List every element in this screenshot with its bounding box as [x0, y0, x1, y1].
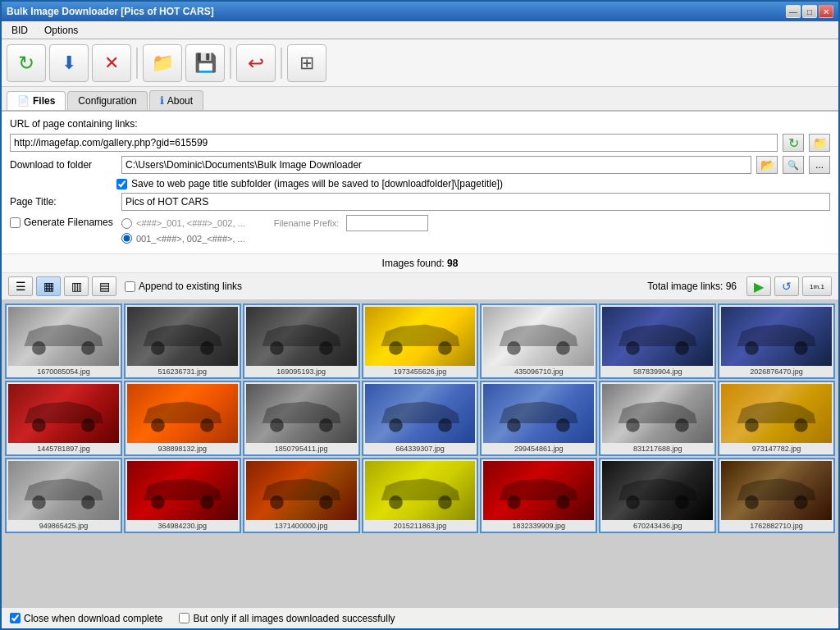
image-item[interactable]: 364984230.jpg — [124, 458, 241, 533]
image-filename: 2026876470.jpg — [750, 368, 803, 376]
radio-option1[interactable] — [121, 218, 132, 229]
counter-btn[interactable]: 1m.1 — [802, 276, 832, 296]
image-item[interactable]: 938898132.jpg — [124, 381, 241, 456]
image-item[interactable]: 1762882710.jpg — [718, 458, 835, 533]
image-item[interactable]: 587839904.jpg — [599, 304, 716, 379]
image-filename: 2015211863.jpg — [394, 522, 447, 530]
url-refresh-btn[interactable]: ↻ — [783, 134, 804, 152]
svg-point-39 — [675, 495, 689, 509]
subfolder-checkbox[interactable] — [116, 179, 127, 189]
svg-point-23 — [556, 418, 570, 432]
image-filename: 938898132.jpg — [158, 445, 207, 453]
image-item[interactable]: 1850795411.jpg — [243, 381, 360, 456]
image-item[interactable]: 670243436.jpg — [599, 458, 716, 533]
svg-point-11 — [675, 341, 689, 355]
image-item[interactable]: 1832339909.jpg — [480, 458, 597, 533]
maximize-button[interactable]: □ — [802, 5, 817, 18]
tab-about[interactable]: ℹ About — [149, 90, 203, 110]
image-item[interactable]: 973147782.jpg — [718, 381, 835, 456]
svg-point-38 — [626, 495, 640, 509]
close-when-done-checkbox[interactable] — [10, 613, 21, 623]
url-label: URL of page containing links: — [10, 118, 138, 130]
image-item[interactable]: 435096710.jpg — [480, 304, 597, 379]
svg-point-28 — [32, 495, 46, 509]
image-item[interactable]: 1371400000.jpg — [243, 458, 360, 533]
menu-options[interactable]: Options — [38, 23, 84, 38]
stop-button[interactable]: ✕ — [92, 44, 131, 82]
subfolder-label: Save to web page title subfolder (images… — [131, 178, 503, 189]
append-row: Append to existing links — [125, 281, 242, 292]
svg-point-30 — [151, 495, 165, 509]
radio-option2[interactable] — [121, 233, 132, 244]
append-checkbox[interactable] — [125, 281, 135, 292]
image-item[interactable]: 1973455626.jpg — [362, 304, 479, 379]
svg-point-7 — [438, 341, 452, 355]
view-large-btn[interactable]: ▤ — [92, 276, 116, 296]
url-input[interactable] — [10, 134, 778, 152]
view-list-btn[interactable]: ☰ — [8, 276, 33, 296]
image-item[interactable]: 169095193.jpg — [243, 304, 360, 379]
image-item[interactable]: 664339307.jpg — [362, 381, 479, 456]
image-item[interactable]: 1670085054.jpg — [5, 304, 122, 379]
folder-search-btn[interactable]: 🔍 — [783, 156, 804, 174]
title-bar-title: Bulk Image Downloader [Pics of HOT CARS] — [7, 6, 214, 17]
svg-point-10 — [626, 341, 640, 355]
svg-point-40 — [745, 495, 759, 509]
grid-button[interactable]: ⊞ — [287, 44, 326, 82]
tab-files[interactable]: 📄 Files — [7, 91, 66, 110]
refresh-links-btn[interactable]: ↺ — [774, 276, 799, 296]
svg-point-31 — [200, 495, 214, 509]
generate-filenames-checkbox[interactable] — [10, 217, 21, 228]
folder-more-btn[interactable]: ... — [809, 156, 830, 174]
image-item[interactable]: 516236731.jpg — [124, 304, 241, 379]
open-folder-button[interactable]: 📁 — [143, 44, 182, 82]
filename-prefix-input[interactable] — [346, 215, 428, 231]
save-button[interactable]: 💾 — [185, 44, 225, 82]
image-area[interactable]: 1670085054.jpg516236731.jpg169095193.jpg… — [2, 300, 838, 607]
svg-point-16 — [151, 418, 165, 432]
image-item[interactable]: 2026876470.jpg — [718, 304, 835, 379]
undo-button[interactable]: ↩ — [236, 44, 276, 82]
image-filename: 299454861.jpg — [514, 445, 564, 453]
menu-bid[interactable]: BID — [5, 23, 34, 38]
page-title-input[interactable] — [121, 193, 830, 211]
menu-bar: BID Options — [2, 21, 838, 39]
image-filename: 664339307.jpg — [395, 445, 445, 453]
only-if-success-checkbox[interactable] — [179, 613, 189, 623]
image-item[interactable]: 949865425.jpg — [5, 458, 122, 533]
url-row: URL of page containing links: — [10, 118, 830, 130]
title-bar: Bulk Image Downloader [Pics of HOT CARS]… — [2, 2, 838, 21]
minimize-button[interactable]: — — [786, 5, 801, 18]
image-item[interactable]: 2015211863.jpg — [362, 458, 479, 533]
images-found-bar: Images found: 98 — [2, 253, 838, 273]
subfolder-row: Save to web page title subfolder (images… — [10, 178, 830, 189]
image-item[interactable]: 299454861.jpg — [480, 381, 597, 456]
folder-input[interactable] — [121, 156, 751, 174]
title-bar-buttons: — □ ✕ — [786, 5, 833, 18]
folder-browse-btn[interactable]: 📂 — [756, 156, 778, 174]
image-grid: 1670085054.jpg516236731.jpg169095193.jpg… — [2, 300, 838, 536]
view-medium-btn[interactable]: ▥ — [64, 276, 89, 296]
image-item[interactable]: 1445781897.jpg — [5, 381, 122, 456]
close-when-done-label: Close when download complete — [24, 613, 162, 624]
image-filename: 1445781897.jpg — [37, 445, 90, 453]
close-button[interactable]: ✕ — [819, 5, 833, 18]
page-title-label: Page Title: — [10, 196, 116, 208]
start-download-btn[interactable]: ▶ — [746, 276, 771, 296]
image-filename: 1973455626.jpg — [394, 368, 447, 376]
view-small-btn[interactable]: ▦ — [36, 276, 61, 296]
files-tab-label: Files — [33, 95, 55, 107]
main-content: URL of page containing links: ↻ 📁 Downlo… — [2, 112, 838, 253]
tab-configuration[interactable]: Configuration — [67, 91, 147, 110]
svg-point-35 — [438, 495, 452, 509]
svg-point-15 — [81, 418, 95, 432]
svg-point-6 — [389, 341, 403, 355]
toolbar: ↻ ⬇ ✕ 📁 💾 ↩ ⊞ — [2, 39, 838, 87]
url-folder-btn[interactable]: 📁 — [809, 134, 830, 152]
svg-point-32 — [270, 495, 284, 509]
refresh-button[interactable]: ↻ — [7, 44, 46, 82]
secondary-toolbar: ☰ ▦ ▥ ▤ Append to existing links Total i… — [2, 273, 838, 300]
image-item[interactable]: 831217688.jpg — [599, 381, 716, 456]
toolbar-separator-2 — [230, 48, 231, 79]
download-button[interactable]: ⬇ — [49, 44, 89, 82]
